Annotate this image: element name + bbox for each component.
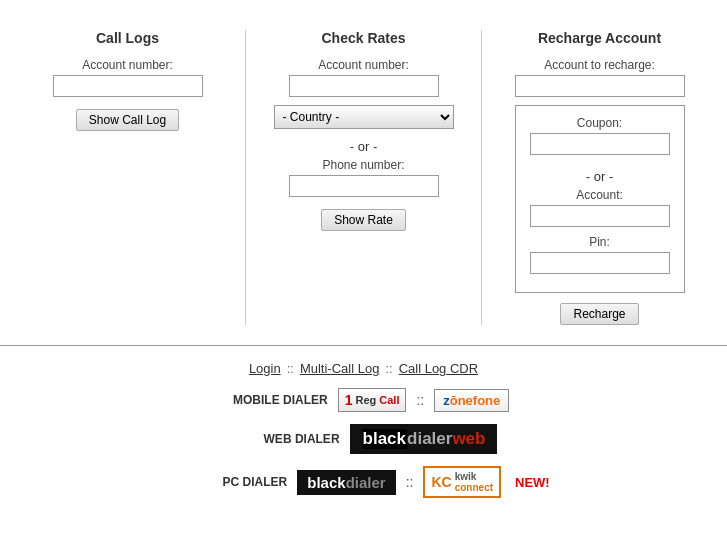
call-logs-panel: Call Logs Account number: Show Call Log [10,30,246,325]
kc-letters: KC [431,474,451,490]
show-call-log-button[interactable]: Show Call Log [76,109,179,131]
regcall-reg: Reg [355,394,376,406]
bdweb-web: web [452,429,485,449]
show-rate-button[interactable]: Show Rate [321,209,406,231]
call-logs-account-input[interactable] [53,75,203,97]
bd-dialer: dialer [346,474,386,491]
coupon-label: Coupon: [531,116,669,130]
coupon-input[interactable] [530,133,670,155]
recharge-box: Coupon: - or - Account: Pin: [515,105,685,293]
blackdialer-web-logo[interactable]: blackdialerweb [350,424,498,454]
pc-dialer-label: PC DIALER [177,475,287,489]
separator-2: :: [385,361,392,376]
pin-input[interactable] [530,252,670,274]
recharge-panel: Recharge Account Account to recharge: Co… [482,30,717,325]
bdweb-dialer: dialer [407,429,452,449]
check-rates-account-input[interactable] [289,75,439,97]
new-badge: NEW! [515,475,550,490]
connect-text: connect [455,482,493,493]
regcall-call: Call [379,394,399,406]
1regcall-logo[interactable]: 1 Reg Call [338,388,407,412]
footer: Login :: Multi-Call Log :: Call Log CDR … [0,346,727,518]
regcall-num: 1 [345,392,353,408]
check-rates-title: Check Rates [321,30,405,46]
call-log-cdr-link[interactable]: Call Log CDR [399,361,478,376]
recharge-account-input[interactable] [530,205,670,227]
bdweb-black: black [362,429,407,449]
mobile-separator: :: [416,392,424,408]
recharge-account-label: Account: [531,188,669,202]
phone-number-label: Phone number: [261,158,466,172]
web-dialer-row: WEB DIALER blackdialerweb [230,424,498,454]
mobile-dialer-label: MOBILE DIALER [218,393,328,407]
fone-part: ōnefone [450,393,501,408]
zonefone-logo[interactable]: zōnefone [434,389,509,412]
footer-links: Login :: Multi-Call Log :: Call Log CDR [249,361,478,376]
call-logs-account-label: Account number: [25,58,230,72]
kwikconnect-logo[interactable]: KC kwik connect [423,466,501,498]
check-rates-or-text: - or - [350,139,377,154]
phone-number-input[interactable] [289,175,439,197]
check-rates-account-label: Account number: [261,58,466,72]
account-to-recharge-input[interactable] [515,75,685,97]
country-select[interactable]: - Country - [274,105,454,129]
pc-separator: :: [406,474,414,490]
recharge-or-text: - or - [586,169,613,184]
pc-dialer-row: PC DIALER blackdialer :: KC kwik connect… [177,466,549,498]
check-rates-panel: Check Rates Account number: - Country - … [246,30,482,325]
bd-black: black [307,474,345,491]
web-dialer-label: WEB DIALER [230,432,340,446]
account-to-recharge-label: Account to recharge: [497,58,702,72]
separator-1: :: [287,361,294,376]
call-logs-title: Call Logs [96,30,159,46]
recharge-button[interactable]: Recharge [560,303,638,325]
blackdialer-logo[interactable]: blackdialer [297,470,395,495]
multi-call-log-link[interactable]: Multi-Call Log [300,361,379,376]
login-link[interactable]: Login [249,361,281,376]
main-panels: Call Logs Account number: Show Call Log … [0,0,727,346]
mobile-dialer-row: MOBILE DIALER 1 Reg Call :: zōnefone [218,388,510,412]
pin-label: Pin: [531,235,669,249]
kwik-text: kwik [455,471,493,482]
recharge-title: Recharge Account [538,30,661,46]
